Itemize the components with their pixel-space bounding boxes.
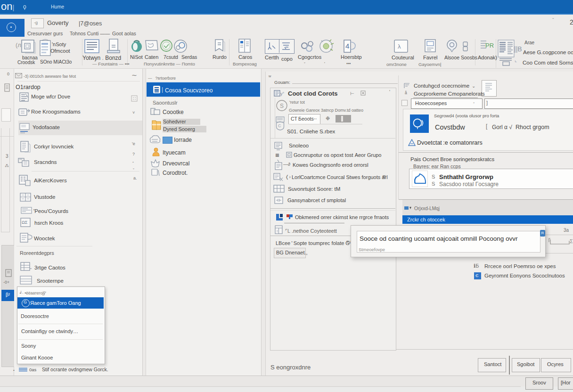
- svg-text:y°: y°: [280, 91, 284, 96]
- svg-text:Σ: Σ: [570, 238, 573, 244]
- svg-text:λ: λ: [398, 43, 401, 50]
- svg-text:PR: PR: [485, 42, 494, 49]
- svg-text:4: 4: [345, 42, 349, 50]
- svg-text:ΩΣ: ΩΣ: [22, 220, 28, 225]
- svg-text:C: C: [278, 123, 281, 128]
- svg-text:S: S: [280, 103, 284, 109]
